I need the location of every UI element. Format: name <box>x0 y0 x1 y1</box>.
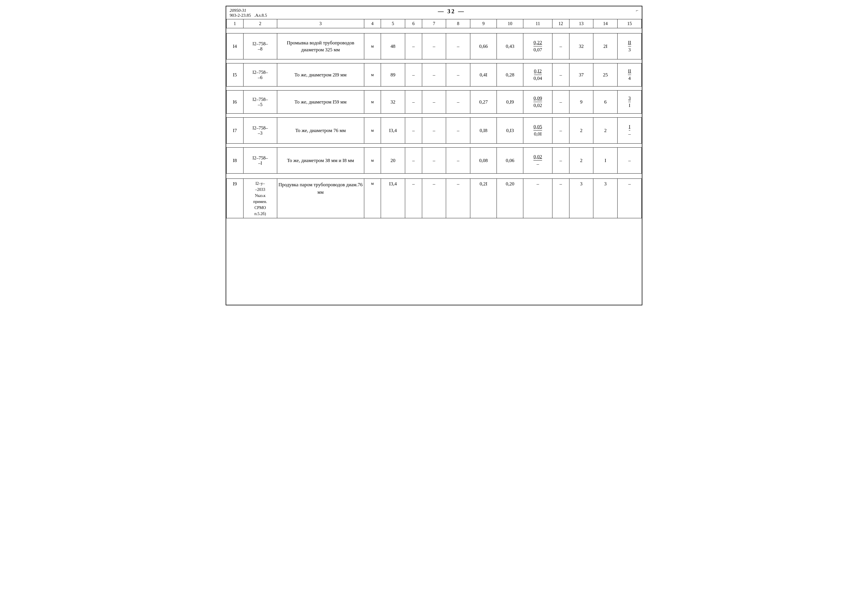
doc-number: 20950-31 <box>230 8 267 13</box>
row-code-I7: I2–758– –3 <box>243 118 277 144</box>
row-code-I4: I2–758– –8 <box>243 33 277 59</box>
row-id-I7: I7 <box>226 118 243 144</box>
row-c7-I7: – <box>422 118 446 144</box>
row-c15-I7: I – <box>618 118 642 144</box>
spacer-row-1 <box>226 59 642 64</box>
row-unit-I5: м <box>364 64 381 87</box>
spacer-row-4 <box>226 144 642 147</box>
row-c10-I4: 0,43 <box>497 33 523 59</box>
row-c12-I8: – <box>552 147 569 174</box>
row-unit-I6: м <box>364 90 381 113</box>
row-c14-I9: 3 <box>594 179 618 218</box>
col-header-3: 3 <box>277 19 364 28</box>
row-desc-I4: Промывка водой трубопроводов диаметром 3… <box>277 33 364 59</box>
row-c5-I4: 48 <box>381 33 405 59</box>
row-code-I5: I2–758– –6 <box>243 64 277 87</box>
row-c9-I9: 0,2I <box>470 179 497 218</box>
row-desc-I9: Продувка паром трубопроводов диам.76 мм <box>277 179 364 218</box>
corner-right: ⌐ <box>636 8 638 13</box>
row-c15-I6: 3 I <box>618 90 642 113</box>
main-table: 1 2 3 4 5 6 7 8 9 10 11 12 13 14 15 <box>226 19 642 305</box>
row-c12-I6: – <box>552 90 569 113</box>
row-unit-I9: м <box>364 179 381 218</box>
col-header-11: 11 <box>523 19 552 28</box>
row-c8-I7: – <box>446 118 470 144</box>
col-header-6: 6 <box>405 19 422 28</box>
spacer-row-3 <box>226 113 642 118</box>
row-c5-I6: 32 <box>381 90 405 113</box>
row-c11-I7: 0,05 0,0I <box>523 118 552 144</box>
row-c12-I5: – <box>552 64 569 87</box>
row-unit-I8: м <box>364 147 381 174</box>
col-header-4: 4 <box>364 19 381 28</box>
col-header-2: 2 <box>243 19 277 28</box>
row-c6-I7: – <box>405 118 422 144</box>
row-c14-I8: I <box>594 147 618 174</box>
row-unit-I7: м <box>364 118 381 144</box>
table-row: I5 I2–758– –6 То же, диаметром 2I9 мм м … <box>226 64 642 87</box>
row-c5-I9: I3,4 <box>381 179 405 218</box>
table-row: I7 I2–758– –3 То же, диаметром 76 мм м I… <box>226 118 642 144</box>
row-c13-I8: 2 <box>569 147 594 174</box>
row-c8-I6: – <box>446 90 470 113</box>
table-row: I4 I2–758– –8 Промывка водой трубопровод… <box>226 33 642 59</box>
row-id-I6: I6 <box>226 90 243 113</box>
row-c12-I4: – <box>552 33 569 59</box>
row-c7-I6: – <box>422 90 446 113</box>
row-c10-I6: 0,I9 <box>497 90 523 113</box>
table-header-row: 1 2 3 4 5 6 7 8 9 10 11 12 13 14 15 <box>226 19 642 28</box>
row-c11-I6: 0,09 0,02 <box>523 90 552 113</box>
row-c14-I5: 25 <box>594 64 618 87</box>
row-c8-I8: – <box>446 147 470 174</box>
spacer-row-2 <box>226 87 642 90</box>
row-c10-I7: 0,I3 <box>497 118 523 144</box>
row-c10-I5: 0,28 <box>497 64 523 87</box>
row-c7-I5: – <box>422 64 446 87</box>
row-c5-I5: 89 <box>381 64 405 87</box>
row-c6-I9: – <box>405 179 422 218</box>
col-header-5: 5 <box>381 19 405 28</box>
row-c7-I8: – <box>422 147 446 174</box>
row-c9-I8: 0,08 <box>470 147 497 174</box>
page-border: 20950-31 903-2-23.85 .Ал.8.5 — 32 — ⌐ 1 … <box>226 6 642 305</box>
doc-sub: 903-2-23.85 .Ал.8.5 <box>230 13 267 18</box>
row-id-I9: I9 <box>226 179 243 218</box>
row-c10-I9: 0,20 <box>497 179 523 218</box>
col-header-12: 12 <box>552 19 569 28</box>
row-c6-I5: – <box>405 64 422 87</box>
row-desc-I6: То же, диаметром I59 мм <box>277 90 364 113</box>
table-row: I9 I2–у– –2033 Указ.к примен. СРМО п.5.2… <box>226 179 642 218</box>
row-desc-I7: То же, диаметром 76 мм <box>277 118 364 144</box>
row-c13-I7: 2 <box>569 118 594 144</box>
row-c11-I9: – <box>523 179 552 218</box>
row-c6-I4: – <box>405 33 422 59</box>
row-c15-I5: II 4 <box>618 64 642 87</box>
col-header-13: 13 <box>569 19 594 28</box>
row-c13-I4: 32 <box>569 33 594 59</box>
row-c9-I7: 0,I8 <box>470 118 497 144</box>
table-row: I6 I2–758– –5 То же, диаметром I59 мм м … <box>226 90 642 113</box>
row-c15-I4: II 3 <box>618 33 642 59</box>
row-c13-I5: 37 <box>569 64 594 87</box>
row-c11-I4: 0,22 0,07 <box>523 33 552 59</box>
row-c8-I5: – <box>446 64 470 87</box>
row-c13-I9: 3 <box>569 179 594 218</box>
row-c8-I4: – <box>446 33 470 59</box>
row-code-I6: I2–758– –5 <box>243 90 277 113</box>
row-c14-I7: 2 <box>594 118 618 144</box>
col-header-7: 7 <box>422 19 446 28</box>
col-header-1: 1 <box>226 19 243 28</box>
row-c5-I8: 20 <box>381 147 405 174</box>
row-c11-I8: 0,02 – <box>523 147 552 174</box>
header-row: 20950-31 903-2-23.85 .Ал.8.5 — 32 — ⌐ <box>226 6 642 19</box>
row-unit-I4: м <box>364 33 381 59</box>
row-c9-I4: 0,66 <box>470 33 497 59</box>
row-c7-I9: – <box>422 179 446 218</box>
row-c15-I8: – <box>618 147 642 174</box>
row-id-I5: I5 <box>226 64 243 87</box>
header-left: 20950-31 903-2-23.85 .Ал.8.5 <box>230 8 267 18</box>
page-number: — 32 — <box>438 8 465 15</box>
row-c9-I6: 0,27 <box>470 90 497 113</box>
col-header-14: 14 <box>594 19 618 28</box>
row-c12-I9: – <box>552 179 569 218</box>
